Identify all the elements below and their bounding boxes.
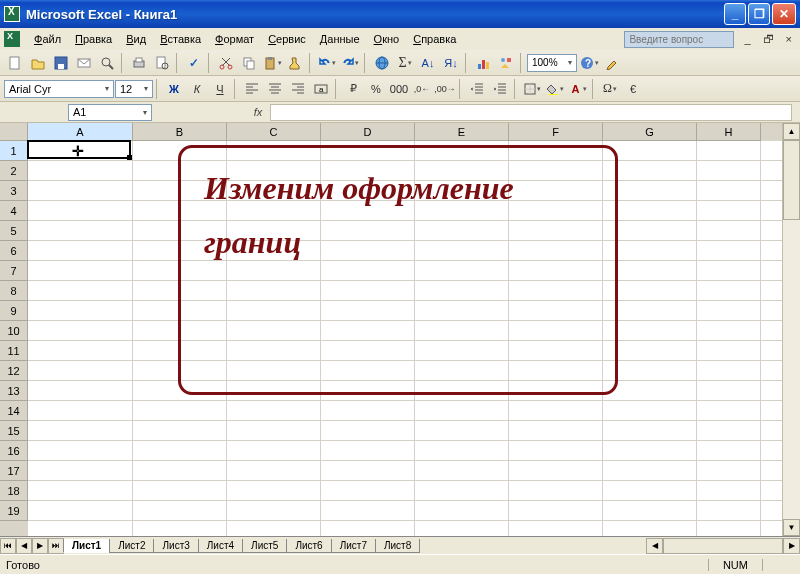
menu-формат[interactable]: Формат <box>209 31 260 47</box>
sheet-tab[interactable]: Лист2 <box>109 539 154 553</box>
scroll-left-button[interactable]: ◀ <box>646 538 663 554</box>
column-header[interactable]: D <box>321 123 415 141</box>
drawing-toolbar-button[interactable] <box>495 52 517 74</box>
italic-button[interactable]: К <box>186 78 208 100</box>
column-header[interactable]: G <box>603 123 697 141</box>
zoom-combo[interactable]: 100% <box>527 54 577 72</box>
doc-restore-button[interactable]: 🗗 <box>763 33 774 45</box>
align-left-button[interactable] <box>241 78 263 100</box>
align-right-button[interactable] <box>287 78 309 100</box>
autosum-button[interactable]: Σ <box>394 52 416 74</box>
percent-button[interactable]: % <box>365 78 387 100</box>
draw-tool-button[interactable] <box>601 52 623 74</box>
row-header[interactable]: 19 <box>0 501 28 521</box>
underline-button[interactable]: Ч <box>209 78 231 100</box>
menu-окно[interactable]: Окно <box>368 31 406 47</box>
scroll-up-button[interactable]: ▲ <box>783 123 800 140</box>
row-header[interactable]: 11 <box>0 341 28 361</box>
sheet-tab[interactable]: Лист4 <box>198 539 243 553</box>
tab-prev-button[interactable]: ◀ <box>16 538 32 554</box>
row-header[interactable]: 2 <box>0 161 28 181</box>
decrease-indent-button[interactable] <box>466 78 488 100</box>
hscroll-thumb[interactable] <box>663 538 783 554</box>
row-header[interactable]: 3 <box>0 181 28 201</box>
vertical-scrollbar[interactable]: ▲ ▼ <box>782 123 800 536</box>
column-header[interactable]: A <box>28 123 133 141</box>
column-header[interactable]: H <box>697 123 761 141</box>
close-button[interactable]: ✕ <box>772 3 796 25</box>
mail-button[interactable] <box>73 52 95 74</box>
menu-файл[interactable]: Файл <box>28 31 67 47</box>
sheet-tab[interactable]: Лист3 <box>153 539 198 553</box>
sheet-tab[interactable]: Лист5 <box>242 539 287 553</box>
doc-close-button[interactable]: × <box>786 33 792 45</box>
comma-style-button[interactable]: 000 <box>388 78 410 100</box>
row-header[interactable]: 8 <box>0 281 28 301</box>
cut-button[interactable] <box>215 52 237 74</box>
merge-center-button[interactable]: a <box>310 78 332 100</box>
row-header[interactable]: 1 <box>0 141 28 161</box>
font-color-button[interactable]: А <box>567 78 589 100</box>
print-button[interactable] <box>128 52 150 74</box>
column-header[interactable]: C <box>227 123 321 141</box>
hyperlink-button[interactable] <box>371 52 393 74</box>
scroll-thumb[interactable] <box>783 140 800 220</box>
scroll-right-button[interactable]: ▶ <box>783 538 800 554</box>
increase-indent-button[interactable] <box>489 78 511 100</box>
bold-button[interactable]: Ж <box>163 78 185 100</box>
maximize-button[interactable]: ❐ <box>748 3 770 25</box>
ask-question-box[interactable] <box>624 31 734 48</box>
sheet-tab[interactable]: Лист1 <box>63 539 110 553</box>
save-button[interactable] <box>50 52 72 74</box>
row-header[interactable]: 9 <box>0 301 28 321</box>
redo-button[interactable] <box>339 52 361 74</box>
column-header[interactable]: E <box>415 123 509 141</box>
format-painter-button[interactable] <box>284 52 306 74</box>
menu-правка[interactable]: Правка <box>69 31 118 47</box>
search-button[interactable] <box>96 52 118 74</box>
excel-doc-icon[interactable] <box>4 31 20 47</box>
row-header[interactable]: 7 <box>0 261 28 281</box>
row-header[interactable]: 16 <box>0 441 28 461</box>
row-header[interactable]: 12 <box>0 361 28 381</box>
row-header[interactable]: 18 <box>0 481 28 501</box>
undo-button[interactable] <box>316 52 338 74</box>
align-center-button[interactable] <box>264 78 286 100</box>
tab-last-button[interactable]: ⏭ <box>48 538 64 554</box>
decrease-decimal-button[interactable]: ,00→ <box>434 78 456 100</box>
spelling-button[interactable]: ✓ <box>183 52 205 74</box>
column-header[interactable]: F <box>509 123 603 141</box>
increase-decimal-button[interactable]: ,0← <box>411 78 433 100</box>
euro-button[interactable]: € <box>622 78 644 100</box>
column-header[interactable]: B <box>133 123 227 141</box>
font-size-combo[interactable]: 12 <box>115 80 153 98</box>
fx-icon[interactable]: fx <box>250 104 266 120</box>
minimize-button[interactable]: _ <box>724 3 746 25</box>
fill-color-button[interactable] <box>544 78 566 100</box>
sheet-tab[interactable]: Лист8 <box>375 539 420 553</box>
menu-вид[interactable]: Вид <box>120 31 152 47</box>
name-box[interactable]: A1 <box>68 104 152 121</box>
sort-asc-button[interactable]: А↓ <box>417 52 439 74</box>
doc-minimize-button[interactable]: _ <box>744 33 750 45</box>
sheet-tab[interactable]: Лист7 <box>331 539 376 553</box>
row-header[interactable]: 4 <box>0 201 28 221</box>
menu-вставка[interactable]: Вставка <box>154 31 207 47</box>
print-preview-button[interactable] <box>151 52 173 74</box>
sort-desc-button[interactable]: Я↓ <box>440 52 462 74</box>
chart-wizard-button[interactable] <box>472 52 494 74</box>
menu-сервис[interactable]: Сервис <box>262 31 312 47</box>
menu-данные[interactable]: Данные <box>314 31 366 47</box>
cell-grid[interactable]: ✛ Изменим оформление границ <box>28 141 782 536</box>
autoshapes-button[interactable]: Ω <box>599 78 621 100</box>
menu-справка[interactable]: Справка <box>407 31 462 47</box>
select-all-corner[interactable] <box>0 123 28 141</box>
copy-button[interactable] <box>238 52 260 74</box>
tab-next-button[interactable]: ▶ <box>32 538 48 554</box>
sheet-tab[interactable]: Лист6 <box>286 539 331 553</box>
row-header[interactable]: 17 <box>0 461 28 481</box>
new-button[interactable] <box>4 52 26 74</box>
row-header[interactable]: 5 <box>0 221 28 241</box>
tab-first-button[interactable]: ⏮ <box>0 538 16 554</box>
row-header[interactable]: 15 <box>0 421 28 441</box>
